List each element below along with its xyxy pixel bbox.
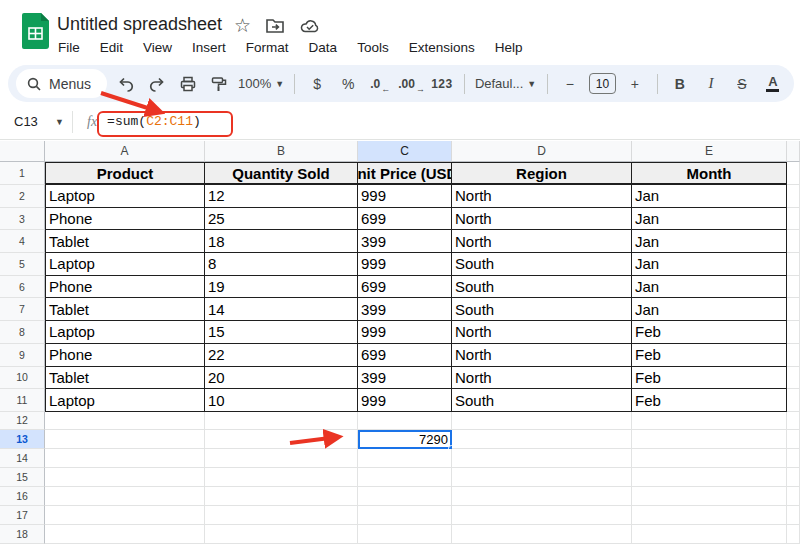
- row-header-7[interactable]: 7: [0, 298, 45, 321]
- move-to-folder-icon[interactable]: [265, 16, 285, 36]
- cell-A17[interactable]: [45, 506, 205, 525]
- cell-E14[interactable]: [632, 449, 787, 468]
- cell-D10[interactable]: North: [452, 367, 632, 390]
- cell-B3[interactable]: 25: [205, 208, 358, 231]
- cell-D15[interactable]: [452, 468, 632, 487]
- cell-A3[interactable]: Phone: [45, 208, 205, 231]
- cell-E7[interactable]: Jan: [632, 298, 787, 321]
- row-header-6[interactable]: 6: [0, 276, 45, 299]
- row-header-16[interactable]: 16: [0, 487, 45, 506]
- cell-A13[interactable]: [45, 430, 205, 449]
- cell-B9[interactable]: 22: [205, 344, 358, 367]
- cell-A14[interactable]: [45, 449, 205, 468]
- cell-partial-16[interactable]: [787, 487, 800, 506]
- cell-D13[interactable]: [452, 430, 632, 449]
- cell-B5[interactable]: 8: [205, 253, 358, 276]
- menu-insert[interactable]: Insert: [189, 38, 229, 57]
- cell-C10[interactable]: 399: [358, 367, 452, 390]
- row-header-5[interactable]: 5: [0, 253, 45, 276]
- column-header-B[interactable]: B: [205, 141, 358, 162]
- cell-C7[interactable]: 399: [358, 298, 452, 321]
- cell-C9[interactable]: 699: [358, 344, 452, 367]
- row-header-15[interactable]: 15: [0, 468, 45, 487]
- column-header-D[interactable]: D: [452, 141, 632, 162]
- cell-A1[interactable]: Product: [45, 162, 205, 185]
- menus-search-button[interactable]: Menus: [16, 69, 107, 98]
- cell-C1[interactable]: Unit Price (USD): [358, 162, 452, 185]
- cell-D4[interactable]: North: [452, 230, 632, 253]
- cell-partial-9[interactable]: [787, 344, 800, 367]
- column-header-A[interactable]: A: [45, 141, 205, 162]
- cell-D12[interactable]: [452, 412, 632, 430]
- format-currency-button[interactable]: $: [305, 71, 329, 97]
- cell-partial-7[interactable]: [787, 298, 800, 321]
- menu-tools[interactable]: Tools: [354, 38, 392, 57]
- cell-A12[interactable]: [45, 412, 205, 430]
- redo-button[interactable]: [145, 71, 169, 97]
- cell-E8[interactable]: Feb: [632, 321, 787, 344]
- cell-partial-10[interactable]: [787, 367, 800, 390]
- cell-A6[interactable]: Phone: [45, 276, 205, 299]
- menu-data[interactable]: Data: [306, 38, 341, 57]
- cell-A9[interactable]: Phone: [45, 344, 205, 367]
- cell-D2[interactable]: North: [452, 185, 632, 208]
- menu-format[interactable]: Format: [243, 38, 292, 57]
- cell-E18[interactable]: [632, 525, 787, 544]
- cell-D8[interactable]: North: [452, 321, 632, 344]
- row-header-10[interactable]: 10: [0, 367, 45, 390]
- cloud-status-icon[interactable]: [299, 16, 321, 36]
- cell-B15[interactable]: [205, 468, 358, 487]
- cell-B7[interactable]: 14: [205, 298, 358, 321]
- cell-D7[interactable]: South: [452, 298, 632, 321]
- cell-A4[interactable]: Tablet: [45, 230, 205, 253]
- cell-partial-12[interactable]: [787, 412, 800, 430]
- cell-A7[interactable]: Tablet: [45, 298, 205, 321]
- document-title[interactable]: Untitled spreadsheet: [57, 14, 222, 35]
- row-header-8[interactable]: 8: [0, 321, 45, 344]
- cell-B8[interactable]: 15: [205, 321, 358, 344]
- decrease-decimal-button[interactable]: .0←: [367, 71, 391, 97]
- cell-A8[interactable]: Laptop: [45, 321, 205, 344]
- cell-C2[interactable]: 999: [358, 185, 452, 208]
- cell-D18[interactable]: [452, 525, 632, 544]
- cell-E4[interactable]: Jan: [632, 230, 787, 253]
- column-header-partial[interactable]: [787, 141, 800, 162]
- bold-button[interactable]: B: [668, 71, 692, 97]
- row-header-4[interactable]: 4: [0, 230, 45, 253]
- more-formats-button[interactable]: 123: [430, 71, 454, 97]
- cell-B16[interactable]: [205, 487, 358, 506]
- row-header-12[interactable]: 12: [0, 412, 45, 430]
- cell-C11[interactable]: 999: [358, 389, 452, 412]
- cell-E5[interactable]: Jan: [632, 253, 787, 276]
- cell-E2[interactable]: Jan: [632, 185, 787, 208]
- cell-A11[interactable]: Laptop: [45, 389, 205, 412]
- cell-B18[interactable]: [205, 525, 358, 544]
- cell-E9[interactable]: Feb: [632, 344, 787, 367]
- format-percent-button[interactable]: %: [336, 71, 360, 97]
- cell-C3[interactable]: 699: [358, 208, 452, 231]
- row-header-11[interactable]: 11: [0, 389, 45, 412]
- row-header-17[interactable]: 17: [0, 506, 45, 525]
- cell-D11[interactable]: South: [452, 389, 632, 412]
- cell-C8[interactable]: 999: [358, 321, 452, 344]
- menu-file[interactable]: File: [55, 38, 83, 57]
- cell-B12[interactable]: [205, 412, 358, 430]
- cell-A2[interactable]: Laptop: [45, 185, 205, 208]
- italic-button[interactable]: I: [699, 71, 723, 97]
- cell-partial-14[interactable]: [787, 449, 800, 468]
- star-icon[interactable]: ☆: [234, 16, 251, 36]
- cell-B1[interactable]: Quantity Sold: [205, 162, 358, 185]
- text-color-button[interactable]: A: [761, 71, 785, 97]
- cell-partial-2[interactable]: [787, 185, 800, 208]
- row-header-3[interactable]: 3: [0, 208, 45, 231]
- row-header-9[interactable]: 9: [0, 344, 45, 367]
- cell-C14[interactable]: [358, 449, 452, 468]
- cell-partial-6[interactable]: [787, 276, 800, 299]
- menu-edit[interactable]: Edit: [97, 38, 126, 57]
- cell-B2[interactable]: 12: [205, 185, 358, 208]
- cell-B10[interactable]: 20: [205, 367, 358, 390]
- row-header-2[interactable]: 2: [0, 185, 45, 208]
- cell-A15[interactable]: [45, 468, 205, 487]
- cell-D6[interactable]: South: [452, 276, 632, 299]
- cell-D9[interactable]: North: [452, 344, 632, 367]
